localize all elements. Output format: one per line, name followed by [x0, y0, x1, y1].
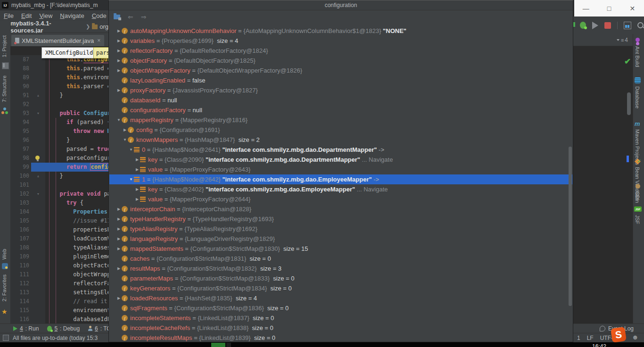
tab-close-icon[interactable]: ×: [97, 37, 100, 44]
gutter-fold-column[interactable]: [31, 82, 45, 91]
menu-view[interactable]: View: [35, 12, 56, 19]
chevron-expanded-icon[interactable]: ▼: [128, 177, 134, 182]
tree-row[interactable]: ▶fvariables = {Properties@1699} size = 4: [109, 36, 572, 46]
tree-row[interactable]: ▶key = {Class@2090} "interface com.shmil…: [109, 155, 572, 165]
tree-row[interactable]: ▶fautoMappingUnknownColumnBehavior = {Au…: [109, 26, 572, 36]
tree-row[interactable]: ▶freflectorFactory = {DefaultReflectorFa…: [109, 46, 572, 56]
tree-row[interactable]: ▶floadedResources = {HashSet@1835} size …: [109, 293, 572, 303]
toolwindow-to[interactable]: 6: TO: [88, 325, 111, 332]
tree-row[interactable]: fparameterMaps = {Configuration$StrictMa…: [109, 273, 572, 283]
gutter-fold-column[interactable]: [31, 261, 45, 270]
tree-row[interactable]: fincompleteResultMaps = {LinkedList@1839…: [109, 333, 572, 341]
gutter-fold-column[interactable]: ▿: [31, 109, 45, 118]
chevron-collapsed-icon[interactable]: ▶: [116, 207, 122, 211]
sidebar-item-web[interactable]: Web: [1, 249, 7, 259]
tree-row[interactable]: ▶fobjectFactory = {DefaultObjectFactory@…: [109, 56, 572, 66]
chevron-collapsed-icon[interactable]: ▶: [116, 217, 122, 221]
popup-scrollbar[interactable]: [569, 147, 572, 306]
gutter-fold-column[interactable]: [31, 100, 45, 109]
tree-row[interactable]: ▶value = {MapperProxyFactory@2643}: [109, 165, 572, 174]
gutter-fold-column[interactable]: ▵: [31, 172, 45, 181]
chevron-collapsed-icon[interactable]: ▶: [134, 167, 140, 172]
breadcrumb-package[interactable]: org: [99, 23, 108, 30]
tree-row[interactable]: ▶key = {Class@2402} "interface com.shmil…: [109, 184, 572, 194]
toolwindow-run[interactable]: 4: Run: [13, 325, 39, 332]
gutter-fold-column[interactable]: [31, 243, 45, 252]
gutter-fold-column[interactable]: [31, 127, 45, 136]
chevron-collapsed-icon[interactable]: ▶: [134, 157, 140, 162]
code-editor[interactable]: 87 this.configurati88 this.parsed = fals…: [10, 46, 108, 323]
stop-icon[interactable]: [604, 22, 611, 29]
gutter-fold-column[interactable]: [31, 270, 45, 279]
minimize-button[interactable]: —: [579, 5, 593, 12]
tree-row[interactable]: ▼fmapperRegistry = {MapperRegistry@1816}: [109, 115, 572, 125]
chevron-expanded-icon[interactable]: ▼: [122, 138, 128, 142]
tree-row[interactable]: ▶finterceptorChain = {InterceptorChain@1…: [109, 204, 572, 214]
tree-row[interactable]: ▼1 = {HashMap$Node@2642} "interface com.…: [109, 174, 572, 184]
gutter-fold-column[interactable]: [31, 136, 45, 145]
gutter-fold-column[interactable]: [31, 288, 45, 297]
tree-row[interactable]: fincompleteCacheRefs = {LinkedList@1838}…: [109, 323, 572, 333]
menu-file[interactable]: File: [0, 12, 17, 19]
menu-navigate[interactable]: Navigate: [56, 12, 88, 19]
gutter-fold-column[interactable]: [31, 154, 45, 163]
gutter-fold-column[interactable]: [31, 181, 45, 190]
tree-row[interactable]: ▶fproxyFactory = {JavassistProxyFactory@…: [109, 85, 572, 95]
maximize-button[interactable]: □: [602, 5, 616, 12]
tree-row[interactable]: ▶flanguageRegistry = {LanguageDriverRegi…: [109, 234, 572, 244]
gutter-fold-column[interactable]: ▵: [31, 91, 45, 100]
gutter-fold-column[interactable]: [31, 198, 45, 207]
chevron-collapsed-icon[interactable]: ▶: [116, 58, 122, 63]
debug-run-icon[interactable]: [580, 22, 586, 29]
sidebar-item-cdi[interactable]: CDI: [635, 191, 640, 200]
gutter-fold-column[interactable]: [31, 73, 45, 82]
tree-row[interactable]: ▶fmappedStatements = {Configuration$Stri…: [109, 244, 572, 254]
chevron-expanded-icon[interactable]: ▼: [128, 148, 134, 152]
jump-to-source-icon[interactable]: [114, 15, 120, 19]
tree-row[interactable]: fincompleteStatements = {LinkedList@1837…: [109, 313, 572, 323]
caret-position[interactable]: 1: [577, 335, 580, 341]
tree-row[interactable]: fkeyGenerators = {Configuration$StrictMa…: [109, 283, 572, 293]
gutter-fold-column[interactable]: [31, 207, 45, 216]
chevron-collapsed-icon[interactable]: ▶: [116, 266, 122, 271]
sidebar-item-jsf[interactable]: JSF: [635, 215, 640, 224]
tree-row[interactable]: ▼fknownMappers = {HashMap@1847} size = 2: [109, 135, 572, 145]
chevron-expanded-icon[interactable]: ▼: [116, 118, 122, 122]
tree-row[interactable]: ▼0 = {HashMap$Node@2641} "interface com.…: [109, 145, 572, 155]
tree-row[interactable]: ▶fconfig = {Configuration@1691}: [109, 125, 572, 135]
chevron-collapsed-icon[interactable]: ▶: [116, 247, 122, 251]
chevron-collapsed-icon[interactable]: ▶: [116, 88, 122, 92]
breadcrumb-jar[interactable]: mybatis-3.4.1-sources.jar: [10, 20, 84, 34]
sidebar-item-favorites[interactable]: 2: Favorites: [1, 274, 7, 301]
taskbar-item[interactable]: [211, 343, 225, 347]
tab-xmlstatementbuilder[interactable]: XMLStatementBuilder.java ×: [11, 35, 104, 46]
chevron-collapsed-icon[interactable]: ▶: [134, 187, 140, 191]
chevron-collapsed-icon[interactable]: ▶: [116, 29, 122, 33]
tree-row[interactable]: fdatabaseId = null: [109, 95, 572, 105]
toolwindow-layout-icon[interactable]: [624, 22, 631, 29]
gutter-fold-column[interactable]: [31, 163, 45, 172]
gutter-fold-column[interactable]: [31, 315, 45, 323]
tree-row[interactable]: flazyLoadingEnabled = false: [109, 75, 572, 85]
chevron-collapsed-icon[interactable]: ▶: [116, 296, 122, 300]
chevron-collapsed-icon[interactable]: ▶: [116, 49, 122, 53]
chevron-collapsed-icon[interactable]: ▶: [116, 237, 122, 241]
chevron-collapsed-icon[interactable]: ▶: [134, 197, 140, 201]
gutter-fold-column[interactable]: [31, 225, 45, 234]
tree-row[interactable]: ▶ftypeAliasRegistry = {TypeAliasRegistry…: [109, 224, 572, 234]
sidebar-item-project[interactable]: 1: Project: [1, 35, 7, 57]
gutter-fold-column[interactable]: [31, 145, 45, 154]
tree-row[interactable]: fconfigurationFactory = null: [109, 105, 572, 115]
gutter-fold-column[interactable]: [31, 297, 45, 306]
menu-code[interactable]: Code: [88, 12, 110, 19]
back-icon[interactable]: ⇐: [128, 14, 133, 20]
sidebar-item-database[interactable]: Database: [635, 86, 640, 108]
line-ending[interactable]: LF: [587, 335, 594, 341]
taskbar-item[interactable]: [226, 343, 231, 347]
gutter-fold-column[interactable]: [31, 252, 45, 261]
run-with-coverage-icon[interactable]: [592, 22, 598, 29]
tree-row[interactable]: ▶fobjectWrapperFactory = {DefaultObjectW…: [109, 66, 572, 75]
chevron-collapsed-icon[interactable]: ▶: [116, 68, 122, 73]
sidebar-item-structure[interactable]: 7: Structure: [1, 75, 7, 102]
tree-row[interactable]: ▶ftypeHandlerRegistry = {TypeHandlerRegi…: [109, 214, 572, 224]
